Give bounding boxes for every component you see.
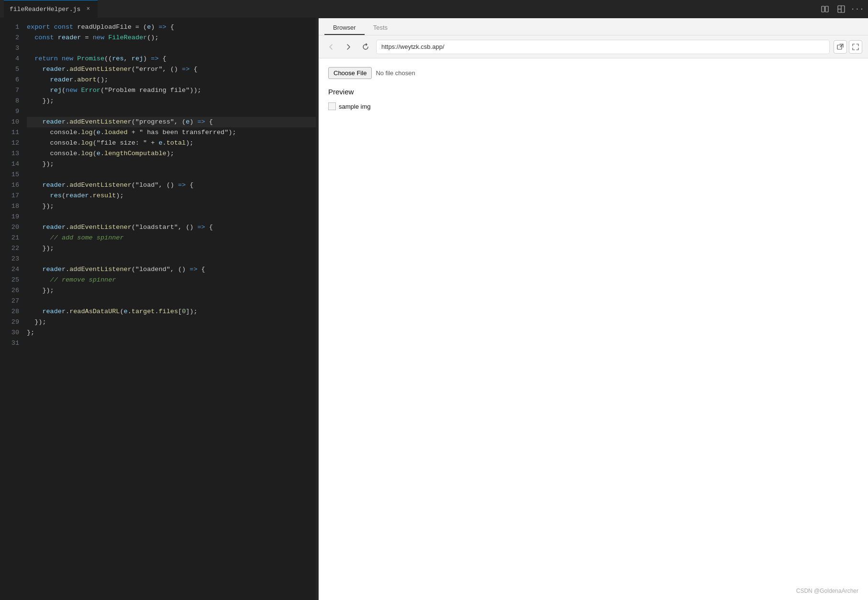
refresh-button[interactable]	[359, 40, 372, 54]
line-number: 24	[0, 264, 19, 275]
browser-panel: Browser Tests	[319, 18, 868, 600]
line-number: 28	[0, 306, 19, 317]
forward-button[interactable]	[342, 40, 355, 54]
code-line: reader.addEventListener("progress", (e) …	[27, 117, 316, 127]
line-number: 5	[0, 64, 19, 75]
sample-img-text: sample img	[339, 103, 370, 110]
code-line: });	[27, 243, 316, 254]
svg-rect-0	[822, 6, 824, 12]
line-number: 6	[0, 75, 19, 85]
line-number: 3	[0, 43, 19, 54]
tab-close-icon[interactable]: ×	[84, 5, 92, 13]
code-line: console.log("file size: " + e.total);	[27, 138, 316, 148]
code-line	[27, 212, 316, 222]
code-line: return new Promise((res, rej) => {	[27, 54, 316, 64]
line-number: 10	[0, 117, 19, 127]
file-input-row: Choose File No file chosen	[328, 67, 858, 79]
code-line	[27, 170, 316, 180]
line-number: 23	[0, 254, 19, 264]
line-number: 18	[0, 201, 19, 212]
browser-tabs: Browser Tests	[319, 18, 868, 35]
code-line	[27, 254, 316, 264]
browser-action-buttons	[834, 40, 862, 54]
line-number: 15	[0, 170, 19, 180]
code-content[interactable]: export const readUploadFile = (e) => { c…	[23, 18, 316, 600]
layout-icon[interactable]	[835, 2, 848, 16]
main-area: 1234567891011121314151617181920212223242…	[0, 18, 868, 600]
code-line: console.log(e.lengthComputable);	[27, 148, 316, 159]
line-number: 14	[0, 159, 19, 170]
line-number: 31	[0, 338, 19, 349]
code-line: reader.addEventListener("error", () => {	[27, 64, 316, 75]
open-new-window-icon[interactable]	[834, 40, 847, 54]
line-number: 4	[0, 54, 19, 64]
code-line: });	[27, 201, 316, 212]
tab-tests[interactable]: Tests	[365, 21, 396, 35]
tab-filename: fileReaderHelper.js	[10, 6, 80, 13]
line-number: 11	[0, 127, 19, 138]
line-numbers: 1234567891011121314151617181920212223242…	[0, 18, 23, 600]
browser-content: Choose File No file chosen Preview sampl…	[319, 58, 868, 600]
no-file-status: No file chosen	[376, 69, 415, 77]
code-line: res(reader.result);	[27, 191, 316, 201]
line-number: 8	[0, 96, 19, 106]
line-number: 21	[0, 233, 19, 243]
code-line: // add some spinner	[27, 233, 316, 243]
more-options-icon[interactable]: ···	[851, 2, 864, 16]
tab-actions: ···	[818, 2, 864, 16]
sample-img-row: sample img	[328, 102, 858, 110]
back-button[interactable]	[324, 40, 338, 54]
code-line	[27, 296, 316, 306]
svg-rect-5	[837, 45, 842, 49]
code-line: reader.addEventListener("loadend", () =>…	[27, 264, 316, 275]
editor-panel: 1234567891011121314151617181920212223242…	[0, 18, 316, 600]
line-number: 19	[0, 212, 19, 222]
code-line: });	[27, 159, 316, 170]
svg-rect-1	[825, 6, 828, 12]
line-number: 20	[0, 222, 19, 233]
code-line: reader.abort();	[27, 75, 316, 85]
line-number: 12	[0, 138, 19, 148]
code-line: reader.addEventListener("load", () => {	[27, 180, 316, 191]
code-container: 1234567891011121314151617181920212223242…	[0, 18, 316, 600]
line-number: 13	[0, 148, 19, 159]
tab-browser[interactable]: Browser	[324, 21, 365, 35]
fullscreen-icon[interactable]	[849, 40, 862, 54]
preview-label: Preview	[328, 88, 858, 96]
code-line: export const readUploadFile = (e) => {	[27, 22, 316, 33]
address-input[interactable]	[376, 40, 830, 54]
code-line: });	[27, 317, 316, 328]
code-line: reader.addEventListener("loadstart", () …	[27, 222, 316, 233]
code-line: };	[27, 328, 316, 338]
split-editor-icon[interactable]	[818, 2, 832, 16]
tab-bar: fileReaderHelper.js × ···	[0, 0, 868, 18]
line-number: 25	[0, 275, 19, 285]
code-line	[27, 338, 316, 349]
code-line: rej(new Error("Problem reading file"));	[27, 85, 316, 96]
line-number: 7	[0, 85, 19, 96]
sample-image-placeholder	[328, 102, 336, 110]
code-line	[27, 43, 316, 54]
code-line	[27, 106, 316, 117]
line-number: 22	[0, 243, 19, 254]
line-number: 1	[0, 22, 19, 33]
line-number: 9	[0, 106, 19, 117]
editor-tab[interactable]: fileReaderHelper.js ×	[4, 0, 98, 18]
code-line: console.log(e.loaded + " has been transf…	[27, 127, 316, 138]
line-number: 30	[0, 328, 19, 338]
code-line: // remove spinner	[27, 275, 316, 285]
watermark: CSDN @GoldenaArcher	[796, 588, 858, 594]
line-number: 26	[0, 285, 19, 296]
line-number: 17	[0, 191, 19, 201]
code-line: });	[27, 96, 316, 106]
line-number: 29	[0, 317, 19, 328]
code-line: reader.readAsDataURL(e.target.files[0]);	[27, 306, 316, 317]
code-line: });	[27, 285, 316, 296]
line-number: 16	[0, 180, 19, 191]
choose-file-button[interactable]: Choose File	[328, 67, 372, 79]
line-number: 27	[0, 296, 19, 306]
code-line: const reader = new FileReader();	[27, 33, 316, 43]
address-bar	[319, 35, 868, 58]
line-number: 2	[0, 33, 19, 43]
